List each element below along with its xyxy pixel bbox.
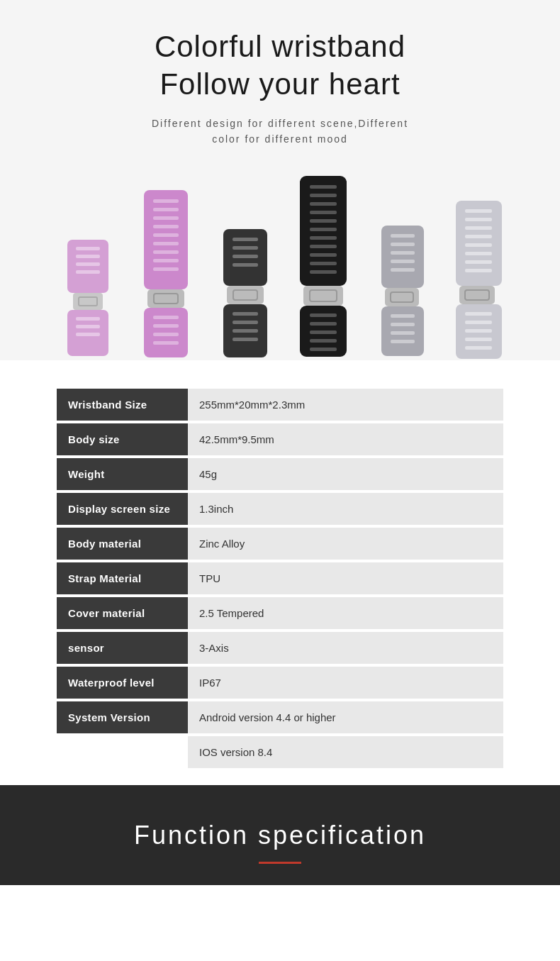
svg-rect-45 [310,219,337,223]
hero-subtitle: Different design for different scene,Dif… [14,116,546,148]
svg-rect-8 [76,317,100,321]
svg-rect-55 [310,313,337,317]
svg-rect-29 [233,238,258,241]
svg-rect-36 [233,312,258,316]
svg-rect-49 [310,253,337,257]
spec-row: System Version Android version 4.4 or hi… [57,701,503,733]
spec-value: 2.5 Tempered [188,597,503,629]
svg-rect-19 [153,259,179,262]
spec-value: IP67 [188,667,503,699]
svg-rect-15 [153,225,179,228]
svg-rect-59 [310,348,337,351]
svg-rect-21 [147,289,184,308]
svg-rect-58 [310,339,337,343]
spec-value: TPU [188,562,503,594]
svg-rect-31 [233,255,258,258]
svg-rect-44 [310,211,337,214]
spec-label: Waterproof level [57,667,188,699]
svg-rect-5 [73,293,103,310]
svg-rect-77 [465,235,492,238]
svg-rect-13 [153,208,179,211]
spec-label: Strap Material [57,562,188,594]
svg-rect-46 [310,228,337,231]
svg-rect-42 [310,194,337,197]
svg-rect-76 [465,226,492,230]
spec-label: Wristband Size [57,389,188,421]
svg-rect-81 [465,269,492,272]
svg-rect-30 [233,246,258,250]
bands-illustration [14,169,546,360]
svg-rect-2 [76,255,100,258]
svg-rect-56 [310,322,337,326]
svg-rect-74 [465,209,492,213]
svg-rect-57 [310,330,337,334]
spec-value: Zinc Alloy [188,528,503,560]
spec-row: Strap Material TPU [57,562,503,594]
svg-rect-12 [153,199,179,203]
spec-row: Body size 42.5mm*9.5mm [57,423,503,455]
svg-rect-79 [465,252,492,255]
spec-label: Body size [57,423,188,455]
svg-rect-11 [144,190,188,289]
spec-row: Waterproof level IP67 [57,667,503,699]
spec-label: System Version [57,701,188,733]
svg-rect-62 [391,243,415,246]
svg-rect-14 [153,216,179,220]
svg-rect-48 [310,245,337,248]
svg-rect-38 [233,329,258,333]
svg-rect-61 [391,234,415,238]
svg-rect-85 [465,312,492,316]
spec-label: Weight [57,458,188,490]
svg-rect-89 [465,346,492,350]
svg-rect-43 [310,202,337,206]
spec-label: Cover material [57,597,188,629]
svg-rect-78 [465,243,492,247]
spec-label: sensor [57,632,188,664]
svg-rect-50 [310,262,337,265]
hero-section: Colorful wristband Follow your heart Dif… [0,0,560,360]
function-spec-title: Function specification [14,821,546,850]
svg-rect-86 [465,321,492,324]
svg-rect-3 [76,262,100,266]
svg-rect-20 [153,267,179,271]
svg-rect-41 [310,185,337,189]
svg-rect-16 [153,233,179,237]
spec-row: Wristband Size 255mm*20mm*2.3mm [57,389,503,421]
spec-label: Display screen size [57,493,188,525]
svg-rect-39 [233,338,258,341]
svg-rect-4 [76,270,100,274]
svg-rect-47 [310,236,337,240]
svg-rect-70 [391,323,415,326]
svg-rect-9 [76,325,100,328]
specs-table: Wristband Size 255mm*20mm*2.3mm Body siz… [57,389,503,768]
spec-value: 42.5mm*9.5mm [188,423,503,455]
spec-value-continuation: IOS version 8.4 [188,736,503,768]
svg-rect-65 [391,268,415,272]
svg-rect-25 [153,324,179,328]
svg-rect-33 [227,286,264,304]
svg-rect-10 [76,333,100,336]
svg-rect-32 [233,263,258,267]
function-spec-section: Function specification [0,785,560,885]
bands-svg [25,172,535,360]
svg-rect-87 [465,329,492,333]
svg-rect-24 [153,316,179,319]
spec-row-continuation: IOS version 8.4 [57,736,503,768]
svg-rect-27 [153,341,179,345]
spec-value: 45g [188,458,503,490]
svg-rect-75 [465,218,492,221]
spec-row: Body material Zinc Alloy [57,528,503,560]
svg-rect-51 [310,270,337,274]
specs-section: Wristband Size 255mm*20mm*2.3mm Body siz… [0,360,560,785]
svg-rect-63 [391,251,415,255]
spec-row: Cover material 2.5 Tempered [57,597,503,629]
svg-rect-64 [391,260,415,263]
svg-rect-1 [76,247,100,250]
spec-value: Android version 4.4 or higher [188,701,503,733]
svg-rect-26 [153,333,179,336]
svg-rect-37 [233,321,258,324]
spec-value: 3-Axis [188,632,503,664]
spec-label: Body material [57,528,188,560]
spec-row: Weight 45g [57,458,503,490]
spec-row: Display screen size 1.3inch [57,493,503,525]
